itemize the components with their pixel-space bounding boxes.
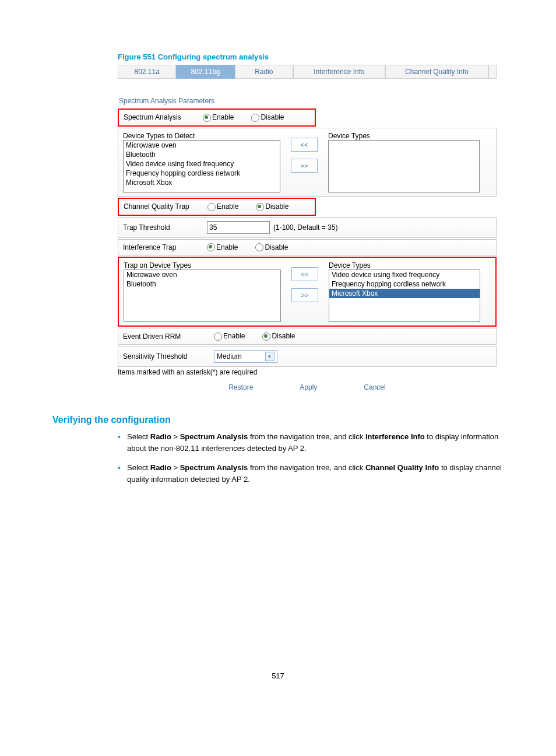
tt-label: Trap Threshold (123, 223, 203, 232)
row-device-types-detect: Device Types to Detect Microwave oven Bl… (118, 128, 497, 197)
page-number: 517 (52, 671, 504, 680)
list-item[interactable]: Microsoft Xbox (329, 289, 480, 298)
detect-right-label: Device Types (328, 132, 480, 140)
trap-move-right-button[interactable]: >> (291, 288, 318, 302)
cqt-label: Channel Quality Trap (124, 202, 204, 211)
section-title: Spectrum Analysis Parameters (119, 97, 497, 105)
row-channel-quality-trap: Channel Quality Trap Enable Disable (118, 198, 316, 216)
list-item[interactable]: Bluetooth (124, 150, 280, 159)
list-item[interactable]: Frequency hopping cordless network (329, 279, 480, 289)
list-item[interactable]: Microsoft Xbox (124, 178, 280, 187)
list-item: Select Radio > Spectrum Analysis from th… (118, 462, 504, 485)
tab-80211bg[interactable]: 802.11bg (176, 65, 234, 79)
trap-move-left-button[interactable]: << (291, 267, 318, 281)
action-row: Restore Apply Cancel (118, 383, 497, 391)
trap-threshold-input[interactable] (207, 221, 270, 234)
chevron-down-icon: ▾ (265, 352, 275, 361)
list-item: Select Radio > Spectrum Analysis from th… (118, 431, 504, 454)
cancel-button[interactable]: Cancel (364, 383, 385, 391)
config-panel: 802.11a 802.11bg Radio Interference Info… (118, 65, 497, 391)
detect-move-left-button[interactable]: << (291, 138, 318, 152)
detect-label: Device Types to Detect (123, 132, 280, 140)
list-item[interactable]: Microwave oven (124, 270, 280, 279)
spectrum-analysis-label: Spectrum Analysis (124, 113, 199, 121)
tab-blank (488, 65, 497, 79)
detect-right-list[interactable] (328, 140, 480, 192)
cqt-enable-radio[interactable]: Enable (207, 202, 238, 211)
instruction-list: Select Radio > Spectrum Analysis from th… (118, 431, 504, 485)
sensitivity-value: Medium (217, 352, 242, 360)
edr-enable-radio[interactable]: Enable (214, 332, 245, 341)
tab-radio[interactable]: Radio (235, 65, 293, 79)
cqt-disable-radio[interactable]: Disable (256, 202, 288, 211)
sensitivity-select[interactable]: Medium ▾ (214, 350, 277, 363)
it-disable-radio[interactable]: Disable (255, 243, 288, 252)
it-label: Interference Trap (123, 243, 203, 251)
row-event-driven-rrm: Event Driven RRM Enable Disable (118, 328, 497, 345)
row-spectrum-analysis: Spectrum Analysis Enable Disable (118, 108, 316, 127)
trap-left-list[interactable]: Microwave oven Bluetooth (124, 270, 281, 322)
edr-disable-radio[interactable]: Disable (262, 332, 295, 341)
todt-label: Trap on Device Types (124, 261, 281, 270)
edr-label: Event Driven RRM (123, 332, 210, 341)
restore-button[interactable]: Restore (228, 383, 253, 391)
trap-right-list[interactable]: Video device using fixed frequency Frequ… (329, 270, 480, 322)
list-item[interactable]: Video device using fixed frequency (124, 159, 280, 169)
row-trap-threshold: Trap Threshold (1-100, Default = 35) (118, 217, 497, 238)
tt-hint: (1-100, Default = 35) (273, 223, 337, 232)
it-enable-radio[interactable]: Enable (207, 243, 238, 252)
tab-80211a[interactable]: 802.11a (118, 65, 176, 79)
list-item[interactable]: Bluetooth (124, 279, 280, 289)
list-item[interactable]: Microwave oven (124, 141, 280, 150)
list-item[interactable]: Frequency hopping cordless network (124, 169, 280, 178)
tab-interference-info[interactable]: Interference Info (293, 65, 385, 79)
row-trap-on-device-types: Trap on Device Types Microwave oven Blue… (118, 257, 497, 327)
section-heading: Verifying the configuration (52, 415, 504, 425)
tab-channel-quality-info[interactable]: Channel Quality Info (385, 65, 488, 79)
required-note: Items marked with an asterisk(*) are req… (118, 368, 497, 376)
row-interference-trap: Interference Trap Enable Disable (118, 239, 497, 256)
todt-right-label: Device Types (329, 261, 480, 270)
sa-enable-radio[interactable]: Enable (203, 113, 234, 122)
detect-left-list[interactable]: Microwave oven Bluetooth Video device us… (123, 140, 280, 192)
figure-caption: Figure 551 Configuring spectrum analysis (118, 52, 504, 61)
row-sensitivity-threshold: Sensitivity Threshold Medium ▾ (118, 346, 497, 367)
apply-button[interactable]: Apply (300, 383, 317, 391)
tab-bar: 802.11a 802.11bg Radio Interference Info… (118, 65, 497, 79)
detect-move-right-button[interactable]: >> (291, 159, 318, 173)
list-item[interactable]: Video device using fixed frequency (329, 270, 480, 279)
sa-disable-radio[interactable]: Disable (251, 113, 284, 122)
st-label: Sensitivity Threshold (123, 352, 210, 360)
